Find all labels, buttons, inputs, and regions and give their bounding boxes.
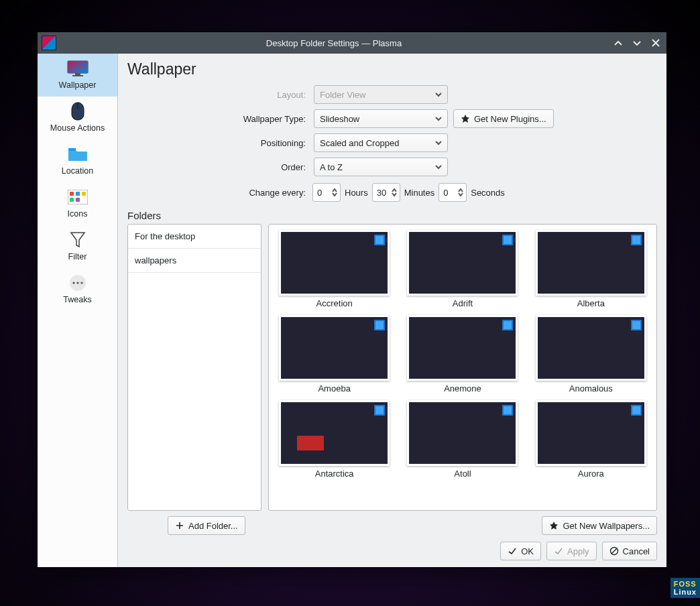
wallpaper-thumb[interactable]: Amoeba bbox=[274, 315, 394, 393]
wallpaper-image bbox=[279, 230, 390, 296]
page-title: Wallpaper bbox=[127, 60, 657, 78]
type-combo[interactable]: Slideshow bbox=[314, 109, 448, 128]
order-combo[interactable]: A to Z bbox=[314, 158, 448, 176]
checkbox-icon[interactable] bbox=[374, 235, 385, 245]
folders-heading: Folders bbox=[127, 210, 657, 221]
wallpaper-image bbox=[407, 230, 518, 296]
check-icon bbox=[508, 546, 517, 556]
sidebar-item-filter[interactable]: Filter bbox=[38, 225, 117, 268]
seconds-unit: Seconds bbox=[471, 188, 505, 198]
seconds-spinbox[interactable]: 0 bbox=[439, 183, 467, 202]
wallpaper-thumb[interactable]: Adrift bbox=[402, 230, 522, 308]
sidebar-item-label: Wallpaper bbox=[59, 80, 97, 90]
wallpaper-thumb[interactable]: Anomalous bbox=[531, 315, 651, 393]
folder-list: For the desktop wallpapers bbox=[127, 224, 261, 511]
wallpaper-thumb[interactable]: Anemone bbox=[402, 315, 522, 393]
sidebar-item-tweaks[interactable]: Tweaks bbox=[38, 268, 117, 311]
wallpaper-name: Aurora bbox=[578, 469, 604, 479]
checkbox-icon[interactable] bbox=[631, 320, 642, 330]
hours-spinbox[interactable]: 0 bbox=[312, 183, 341, 202]
sidebar-item-location[interactable]: Location bbox=[38, 139, 117, 182]
settings-window: Desktop Folder Settings — Plasma Wallpap… bbox=[37, 32, 667, 568]
hours-unit: Hours bbox=[345, 188, 368, 198]
svg-point-13 bbox=[76, 282, 78, 284]
wallpaper-grid[interactable]: AccretionAdriftAlbertaAmoebaAnemoneAnoma… bbox=[268, 224, 657, 511]
get-wallpapers-button[interactable]: Get New Wallpapers... bbox=[542, 516, 657, 535]
wallpaper-name: Adrift bbox=[453, 298, 473, 308]
wallpaper-thumb[interactable]: Antarctica bbox=[274, 400, 394, 479]
checkbox-icon[interactable] bbox=[374, 405, 385, 416]
svg-rect-9 bbox=[70, 198, 74, 202]
wallpaper-image bbox=[536, 230, 646, 296]
svg-rect-10 bbox=[76, 198, 80, 202]
folder-item[interactable]: For the desktop bbox=[128, 225, 261, 249]
wallpaper-image bbox=[407, 400, 518, 466]
chevron-down-icon bbox=[435, 164, 442, 170]
checkbox-icon[interactable] bbox=[502, 405, 513, 416]
add-folder-label: Add Folder... bbox=[188, 521, 238, 531]
apply-button: Apply bbox=[546, 542, 597, 560]
sidebar-item-label: Mouse Actions bbox=[50, 123, 105, 133]
svg-point-14 bbox=[80, 282, 82, 284]
cancel-label: Cancel bbox=[623, 546, 650, 556]
layout-label: Layout: bbox=[127, 90, 308, 100]
minutes-spinbox[interactable]: 30 bbox=[372, 183, 400, 202]
svg-rect-6 bbox=[70, 192, 74, 196]
main-panel: Wallpaper Layout: Folder View Wallpaper … bbox=[118, 54, 666, 567]
sidebar-item-label: Tweaks bbox=[63, 295, 91, 304]
wallpaper-name: Accretion bbox=[316, 298, 353, 308]
wallpaper-name: Atoll bbox=[454, 469, 471, 479]
checkbox-icon[interactable] bbox=[374, 320, 385, 330]
chevron-down-icon bbox=[435, 139, 442, 146]
checkbox-icon[interactable] bbox=[502, 235, 513, 245]
positioning-value: Scaled and Cropped bbox=[320, 138, 400, 148]
maximize-button[interactable] bbox=[630, 36, 644, 50]
wallpaper-image bbox=[536, 315, 646, 381]
layout-combo: Folder View bbox=[314, 85, 448, 104]
svg-rect-1 bbox=[75, 73, 80, 75]
cancel-icon bbox=[609, 546, 619, 556]
type-label: Wallpaper Type: bbox=[127, 114, 308, 124]
funnel-icon bbox=[67, 231, 89, 249]
check-icon bbox=[554, 546, 563, 556]
ok-button[interactable]: OK bbox=[500, 542, 541, 560]
sidebar-item-wallpaper[interactable]: Wallpaper bbox=[38, 54, 117, 97]
wallpaper-thumb[interactable]: Aurora bbox=[531, 400, 651, 479]
cancel-button[interactable]: Cancel bbox=[602, 542, 657, 560]
checkbox-icon[interactable] bbox=[502, 320, 513, 330]
apply-label: Apply bbox=[567, 546, 589, 556]
ok-label: OK bbox=[521, 546, 534, 556]
order-label: Order: bbox=[127, 162, 308, 172]
wallpaper-name: Alberta bbox=[577, 298, 605, 308]
wallpaper-thumb[interactable]: Accretion bbox=[274, 230, 394, 308]
wallpaper-image bbox=[536, 400, 646, 466]
sidebar-item-mouse[interactable]: Mouse Actions bbox=[38, 97, 117, 139]
folder-item[interactable]: wallpapers bbox=[128, 249, 261, 273]
sidebar-item-icons[interactable]: Icons bbox=[38, 182, 117, 225]
monitor-icon bbox=[67, 59, 89, 78]
checkbox-icon[interactable] bbox=[631, 235, 642, 245]
hours-value: 0 bbox=[317, 188, 322, 198]
checkbox-icon[interactable] bbox=[631, 405, 642, 416]
close-button[interactable] bbox=[649, 36, 662, 50]
wallpaper-thumb[interactable]: Alberta bbox=[531, 230, 651, 308]
sidebar-item-label: Icons bbox=[68, 209, 88, 219]
add-folder-button[interactable]: Add Folder... bbox=[168, 516, 245, 535]
window-title: Desktop Folder Settings — Plasma bbox=[62, 38, 606, 48]
chevron-down-icon bbox=[435, 91, 442, 98]
svg-rect-2 bbox=[72, 75, 83, 76]
sidebar: Wallpaper Mouse Actions Location Icons bbox=[38, 54, 118, 567]
positioning-combo[interactable]: Scaled and Cropped bbox=[314, 133, 448, 152]
star-icon bbox=[461, 114, 470, 123]
order-value: A to Z bbox=[320, 162, 343, 172]
positioning-label: Positioning: bbox=[127, 138, 308, 148]
chevron-down-icon bbox=[435, 115, 442, 122]
get-plugins-label: Get New Plugins... bbox=[474, 114, 546, 124]
minimize-button[interactable] bbox=[611, 36, 625, 50]
get-plugins-button[interactable]: Get New Plugins... bbox=[453, 109, 554, 128]
wallpaper-thumb[interactable]: Atoll bbox=[402, 400, 522, 479]
app-icon bbox=[42, 36, 56, 50]
minutes-value: 30 bbox=[377, 188, 386, 198]
wallpaper-name: Anomalous bbox=[569, 383, 613, 393]
wallpaper-name: Antarctica bbox=[315, 469, 354, 479]
